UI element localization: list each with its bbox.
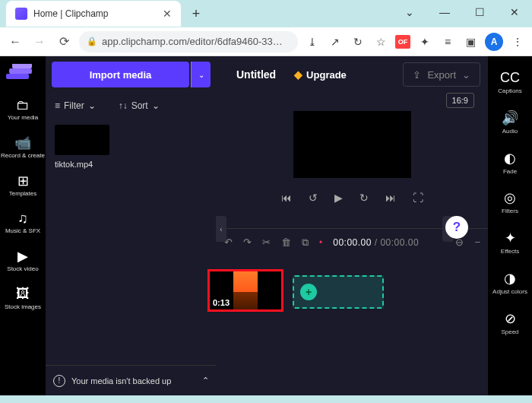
music-icon: ♫ [17,211,28,226]
right-sidebar: CCCaptions 🔊Audio ◐Fade ◎Filters ✦Effect… [488,56,532,395]
backup-warning-bar[interactable]: ! Your media isn't backed up ⌃ [46,365,217,395]
tab-title: Home | Clipchamp [33,8,157,19]
stock-images-icon: 🖼 [16,287,30,302]
sidebar-record-create[interactable]: 📹Record & create [0,129,46,167]
panel-adjust-colors[interactable]: ◑Adjust colors [488,265,532,303]
import-media-button[interactable]: Import media [52,62,189,87]
help-button[interactable]: ? [445,216,468,239]
panel-filters[interactable]: ◎Filters [488,184,532,223]
nav-back-icon[interactable]: ← [6,33,24,51]
fade-icon: ◐ [504,151,516,166]
speaker-icon: 🔊 [502,110,518,125]
left-sidebar: 🗀Your media 📹Record & create ⊞Templates … [0,56,46,395]
window-max[interactable]: ☐ [462,0,497,24]
templates-icon: ⊞ [17,173,29,189]
redo-icon[interactable]: ↷ [243,236,252,248]
timeline-dropzone[interactable]: + [293,275,384,309]
collapse-left-icon[interactable]: ‹ [216,216,226,242]
delete-icon[interactable]: 🗑 [281,236,291,248]
camera-icon: 📹 [14,135,31,151]
extension-of-icon[interactable]: OF [395,35,410,49]
filters-icon: ◎ [504,190,516,205]
play-icon[interactable]: ▶ [334,192,343,204]
add-clip-icon: + [300,284,317,300]
address-bar[interactable]: 🔒 app.clipchamp.com/editor/6dfa9460-33… [79,31,298,52]
sidebar-stock-images[interactable]: 🖼Stock images [0,281,46,319]
sidebar-your-media[interactable]: 🗀Your media [0,91,46,129]
upgrade-button[interactable]: ◆Upgrade [294,68,347,81]
browser-menu-icon[interactable]: ⋮ [509,33,526,50]
filter-button[interactable]: ≡Filter⌄ [55,100,96,111]
export-button[interactable]: ⇪Export⌄ [403,62,480,87]
timecode: 00:00.00 / 00:00.00 [333,237,419,248]
lock-icon: 🔒 [87,36,97,46]
sidebar-stock-video[interactable]: ▶Stock video [0,243,46,281]
panel-audio[interactable]: 🔊Audio [488,104,532,143]
profile-avatar[interactable]: A [485,33,503,51]
aspect-ratio-button[interactable]: 16:9 [446,93,474,108]
main-area: ‹ ‹ Untitled ◆Upgrade ⇪Export⌄ 16:9 ⏮ ↺ … [217,56,488,395]
sort-button[interactable]: ↑↓Sort⌄ [119,100,160,111]
effects-icon: ✦ [505,230,516,246]
prev-frame-icon[interactable]: ⏮ [281,192,292,204]
panel-speed[interactable]: ⊘Speed [488,305,532,344]
app-box-icon[interactable]: ▣ [462,33,479,50]
browser-tab[interactable]: Home | Clipchamp ✕ [6,1,181,27]
panel-fade[interactable]: ◐Fade [488,144,532,183]
project-title[interactable]: Untitled [236,68,276,81]
media-clip[interactable]: tiktok.mp4 [55,125,109,169]
sidebar-templates[interactable]: ⊞Templates [0,167,46,205]
panel-captions[interactable]: CCCaptions [488,64,532,103]
clipchamp-logo-icon[interactable] [6,62,40,84]
tab-close-icon[interactable]: ✕ [163,8,172,20]
filter-icon: ≡ [55,100,60,111]
stock-video-icon: ▶ [17,249,28,264]
url-text: app.clipchamp.com/editor/6dfa9460-33… [102,36,283,47]
record-dot-icon: • [319,237,322,248]
update-icon[interactable]: ↻ [350,33,366,50]
playback-controls: ⏮ ↺ ▶ ↻ ⏭ ⛶ [217,182,488,213]
dragging-clip[interactable]: 0:13 [207,269,283,312]
window-dropdown[interactable]: ⌄ [392,0,427,24]
clip-filename: tiktok.mp4 [55,160,109,169]
split-icon[interactable]: ✂ [262,236,271,248]
chevron-up-icon: ⌃ [202,376,209,386]
panel-effects[interactable]: ✦Effects [488,224,532,263]
svg-rect-2 [12,64,32,68]
nav-reload-icon[interactable]: ⟳ [55,33,73,51]
media-panel: Import media ⌄ ≡Filter⌄ ↑↓Sort⌄ tiktok.m… [46,56,217,395]
svg-rect-1 [9,68,32,74]
warning-icon: ! [53,375,65,387]
timeline-track[interactable]: 0:13 + [217,255,488,395]
clip-preview-image [233,271,258,309]
clip-duration: 0:13 [213,298,230,307]
window-min[interactable]: — [427,0,462,24]
adjust-icon: ◑ [504,271,516,286]
backup-text: Your media isn't backed up [71,376,171,386]
skip-back-icon[interactable]: ↺ [309,192,318,204]
sort-icon: ↑↓ [119,100,128,111]
export-icon: ⇪ [413,69,421,81]
reading-list-icon[interactable]: ≡ [439,33,456,50]
install-icon[interactable]: ⤓ [304,33,321,50]
diamond-icon: ◆ [294,68,302,81]
new-tab-button[interactable]: + [185,3,207,24]
bookmark-star-icon[interactable]: ☆ [372,33,389,50]
duplicate-icon[interactable]: ⧉ [302,236,309,249]
folder-icon: 🗀 [16,97,30,113]
nav-forward-icon[interactable]: → [30,33,49,51]
speed-icon: ⊘ [505,311,516,326]
skip-forward-icon[interactable]: ↻ [359,192,369,204]
import-media-dropdown[interactable]: ⌄ [191,62,211,87]
sidebar-music-sfx[interactable]: ♫Music & SFX [0,205,46,243]
video-preview[interactable] [293,111,411,178]
zoom-fit-icon[interactable]: − [474,236,480,248]
captions-icon: CC [500,70,520,85]
next-frame-icon[interactable]: ⏭ [385,192,396,204]
share-icon[interactable]: ↗ [327,33,344,50]
extensions-icon[interactable]: ✦ [416,33,433,50]
window-close[interactable]: ✕ [497,0,532,24]
svg-rect-0 [6,74,29,79]
favicon-icon [15,8,27,20]
fullscreen-icon[interactable]: ⛶ [413,192,423,204]
